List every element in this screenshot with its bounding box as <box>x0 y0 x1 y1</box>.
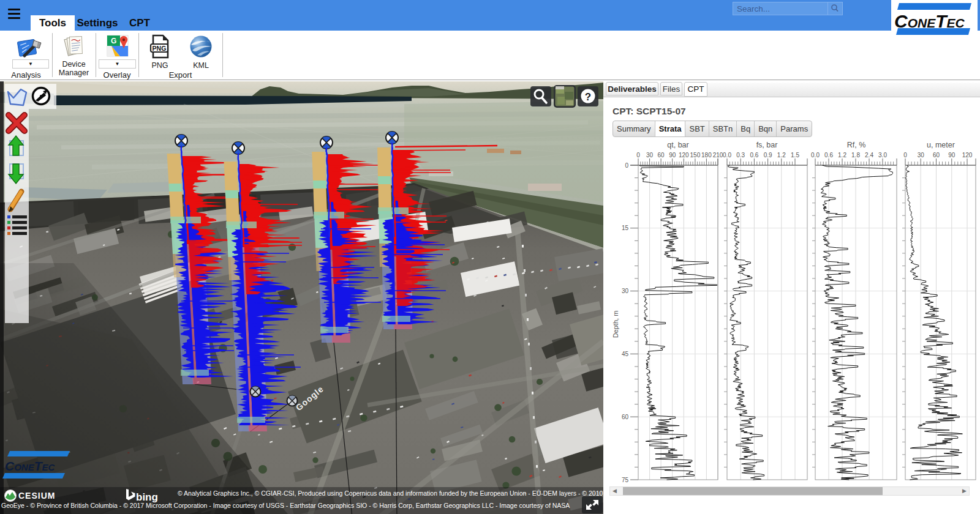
svg-text:CESIUM: CESIUM <box>18 491 55 501</box>
svg-text:0.0: 0.0 <box>811 152 820 158</box>
svg-text:1.5: 1.5 <box>791 152 799 158</box>
svg-text:0: 0 <box>903 152 907 158</box>
svg-text:fs, bar: fs, bar <box>756 141 778 149</box>
svg-text:75: 75 <box>622 477 629 483</box>
svg-text:60: 60 <box>658 152 665 158</box>
svg-text:u, meter: u, meter <box>927 141 955 149</box>
svg-text:120: 120 <box>962 152 973 158</box>
svg-text:0.9: 0.9 <box>764 152 772 158</box>
svg-text:150: 150 <box>690 152 701 158</box>
svg-text:1.8: 1.8 <box>851 152 860 158</box>
svg-text:90: 90 <box>669 152 676 158</box>
svg-text:G: G <box>111 37 116 45</box>
svg-text:qt, bar: qt, bar <box>667 141 688 149</box>
svg-text:GeoEye - © Province of British: GeoEye - © Province of British Columbia … <box>1 502 570 509</box>
svg-text:30: 30 <box>622 288 629 294</box>
svg-text:0.6: 0.6 <box>750 152 758 158</box>
svg-text:?: ? <box>585 91 591 103</box>
svg-text:60: 60 <box>622 414 629 420</box>
svg-text:Depth, m: Depth, m <box>612 311 619 338</box>
svg-text:2.4: 2.4 <box>865 152 873 158</box>
svg-text:30: 30 <box>646 152 654 158</box>
svg-text:0: 0 <box>636 152 640 158</box>
svg-text:120: 120 <box>679 152 689 158</box>
svg-text:3.0: 3.0 <box>878 152 887 158</box>
svg-text:0: 0 <box>625 162 628 169</box>
svg-text:45: 45 <box>622 351 629 357</box>
svg-text:60: 60 <box>933 152 940 158</box>
svg-text:180: 180 <box>701 152 712 158</box>
svg-text:0.6: 0.6 <box>824 152 833 158</box>
svg-text:30: 30 <box>918 152 925 158</box>
svg-text:90: 90 <box>948 152 956 158</box>
svg-text:1.2: 1.2 <box>838 152 846 158</box>
svg-text:© Analytical Graphics Inc., ©: © Analytical Graphics Inc., © CGIAR-CSI,… <box>178 490 603 497</box>
svg-text:0.3: 0.3 <box>736 152 745 158</box>
svg-text:15: 15 <box>622 225 629 231</box>
svg-text:PNG: PNG <box>153 45 167 52</box>
svg-text:0.0: 0.0 <box>723 152 731 158</box>
svg-text:210: 210 <box>713 152 723 158</box>
svg-text:1.2: 1.2 <box>777 152 786 158</box>
svg-text:Rf, %: Rf, % <box>847 141 866 149</box>
